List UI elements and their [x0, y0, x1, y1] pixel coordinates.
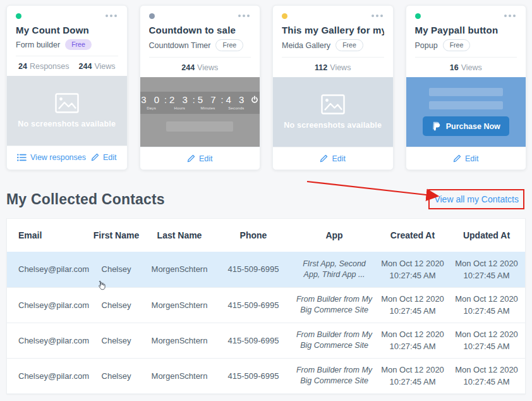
cell-last-name: MorgenSchtern	[143, 252, 215, 287]
card-header: Countdown to sale Countdown Timer Free	[140, 6, 260, 51]
cell-updated-at: Mon Oct 12 202010:27:45 AM	[448, 323, 525, 358]
card-title: My Paypall button	[415, 25, 517, 35]
card-app-type: Popup	[415, 41, 438, 50]
column-header-updated-at: Updated At	[448, 219, 525, 252]
status-dot	[149, 13, 155, 19]
views-count: 244	[79, 62, 92, 71]
plan-badge: Free	[443, 39, 471, 51]
purchase-now-button: Purchase Now	[423, 116, 509, 136]
responses-label: Responses	[30, 62, 70, 71]
app-card-paypall-button[interactable]: My Paypall button Popup Free 16Views Pur…	[406, 5, 527, 170]
edit-link[interactable]: Edit	[453, 154, 479, 163]
cell-last-name: MorgenSchtern	[143, 323, 215, 358]
app-card-gallery[interactable]: This my Gallery for my ... Meida Gallery…	[272, 5, 394, 170]
edit-label: Edit	[332, 154, 346, 163]
cell-email: Chelsey@pilar.com	[7, 252, 89, 287]
plan-badge: Free	[215, 39, 243, 51]
card-app-type: Form builder	[16, 40, 60, 49]
column-header-phone: Phone	[215, 219, 291, 252]
ellipsis-menu-icon[interactable]	[237, 13, 251, 18]
pencil-icon	[187, 154, 195, 163]
card-stats: 16Views	[415, 57, 517, 77]
countdown-seconds-unit: Seconds	[228, 106, 244, 110]
countdown-separator: :	[221, 95, 224, 105]
table-row[interactable]: Chelsey@pilar.com Chelsey MorgenSchtern …	[7, 358, 525, 393]
plan-badge: Free	[336, 39, 363, 51]
countdown-minutes-digits: 5 7	[198, 95, 219, 105]
contacts-section-title: My Collected Contacts	[6, 191, 165, 208]
cell-app: From Builder from My Big Commerce Site	[291, 323, 377, 358]
cell-app: From Builder from My Big Commerce Site	[291, 358, 377, 393]
views-label: Views	[330, 63, 351, 72]
countdown-timer-preview: 3 0Days : 2 3Hours : 5 7Minutes : 4 3Sec…	[140, 92, 260, 114]
views-count: 16	[450, 63, 459, 72]
dashboard-page: My Count Down Form builder Free 24Respon…	[0, 0, 532, 401]
column-header-app: App	[291, 219, 377, 252]
pencil-icon	[320, 154, 328, 163]
edit-link[interactable]: Edit	[91, 153, 117, 162]
edit-label: Edit	[465, 154, 479, 163]
countdown-seconds-digits: 4 3	[226, 95, 246, 105]
preview-text-placeholder	[429, 88, 503, 96]
view-all-contacts-link[interactable]: View all my Contatcts	[434, 194, 519, 204]
view-responses-label: View responses	[30, 153, 86, 162]
screenshot-preview: No screenshots available	[7, 76, 127, 145]
cell-updated-at: Mon Oct 12 202010:27:45 AM	[448, 252, 525, 287]
table-row[interactable]: Chelsey@pilar.com Chelsey MorgenSchtern …	[7, 252, 525, 287]
countdown-days-unit: Days	[147, 106, 156, 110]
views-label: Views	[197, 63, 218, 72]
ellipsis-menu-icon[interactable]	[104, 13, 118, 18]
paypal-icon	[432, 121, 441, 132]
table-row[interactable]: Chelsey@pilar.com Chelsey MorgenSchtern …	[7, 323, 525, 358]
card-header: This my Gallery for my ... Meida Gallery…	[273, 6, 393, 51]
screenshot-preview: 3 0Days : 2 3Hours : 5 7Minutes : 4 3Sec…	[140, 77, 260, 147]
views-count: 112	[315, 63, 327, 72]
countdown-minutes-unit: Minutes	[201, 106, 215, 110]
card-title: Countdown to sale	[149, 25, 251, 35]
app-card-my-count-down[interactable]: My Count Down Form builder Free 24Respon…	[6, 5, 128, 170]
card-title: This my Gallery for my ...	[282, 25, 384, 35]
edit-link[interactable]: Edit	[320, 154, 346, 163]
cell-email: Chelsey@pilar.com	[7, 287, 89, 323]
cell-created-at: Mon Oct 12 202010:27:45 AM	[377, 252, 448, 287]
preview-text-placeholder	[429, 101, 503, 109]
status-dot	[282, 13, 287, 19]
image-placeholder-icon	[55, 93, 79, 113]
card-title: My Count Down	[16, 25, 118, 35]
cell-created-at: Mon Oct 12 202010:27:45 AM	[377, 358, 448, 393]
cell-app: FIrst App, Second App, Third App ...	[291, 252, 377, 287]
table-header-row: Email First Name Last Name Phone App Cre…	[7, 219, 525, 252]
cell-updated-at: Mon Oct 12 202010:27:45 AM	[448, 287, 525, 323]
cell-last-name: MorgenSchtern	[143, 358, 215, 393]
column-header-email: Email	[7, 219, 89, 252]
preview-button-placeholder	[166, 121, 233, 132]
cell-phone: 415-509-6995	[215, 252, 291, 287]
cell-created-at: Mon Oct 12 202010:27:45 AM	[377, 287, 448, 323]
card-stats: 112Views	[282, 57, 384, 77]
card-header: My Paypall button Popup Free	[406, 6, 526, 51]
no-screenshot-message: No screenshots available	[284, 121, 382, 130]
edit-label: Edit	[199, 154, 213, 163]
cell-first-name: Chelsey	[89, 287, 143, 323]
countdown-days-digits: 3 0	[141, 95, 162, 105]
views-label: Views	[94, 62, 115, 71]
app-card-countdown-to-sale[interactable]: Countdown to sale Countdown Timer Free 2…	[140, 5, 261, 170]
countdown-hours-unit: Hours	[174, 106, 186, 110]
cell-last-name: MorgenSchtern	[143, 287, 215, 323]
table-row[interactable]: Chelsey@pilar.com Chelsey MorgenSchtern …	[7, 287, 525, 323]
view-responses-link[interactable]: View responses	[17, 153, 86, 162]
status-dot	[415, 13, 421, 19]
ellipsis-menu-icon[interactable]	[370, 13, 384, 18]
cell-email: Chelsey@pilar.com	[7, 358, 89, 393]
countdown-hours-digits: 2 3	[169, 95, 190, 105]
cell-app: From Builder from My Big Commerce Site	[291, 287, 377, 323]
screenshot-preview: Purchase Now	[406, 77, 526, 147]
ellipsis-menu-icon[interactable]	[503, 13, 517, 18]
pencil-icon	[453, 154, 461, 163]
card-app-type: Countdown Timer	[149, 41, 211, 50]
column-header-first-name: First Name	[89, 219, 143, 252]
cell-updated-at: Mon Oct 12 202010:27:45 AM	[448, 358, 525, 393]
card-stats: 244Views	[149, 57, 251, 77]
column-header-created-at: Created At	[377, 219, 448, 252]
edit-link[interactable]: Edit	[187, 154, 213, 163]
